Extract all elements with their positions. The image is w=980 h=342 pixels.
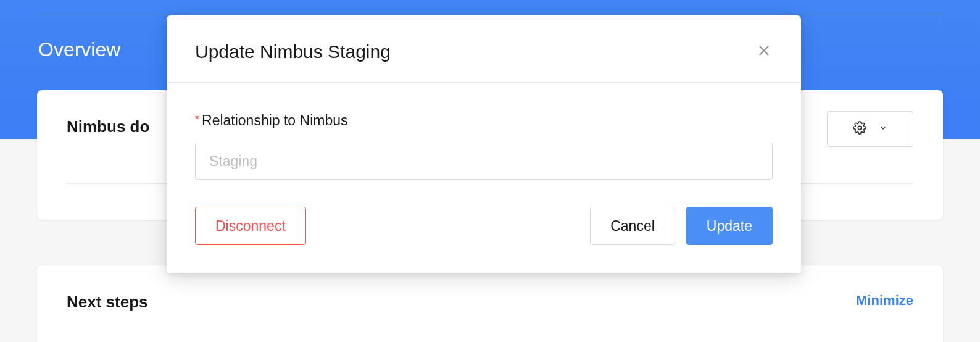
modal-footer: Disconnect Cancel Update bbox=[167, 202, 801, 273]
cancel-button[interactable]: Cancel bbox=[590, 207, 675, 245]
relationship-input[interactable] bbox=[195, 143, 773, 180]
update-button[interactable]: Update bbox=[686, 207, 773, 245]
required-indicator: * bbox=[195, 114, 199, 125]
overview-heading: Overview bbox=[38, 38, 120, 61]
next-steps-card: Next steps Minimize bbox=[37, 265, 943, 342]
chevron-down-icon bbox=[879, 123, 887, 135]
disconnect-button[interactable]: Disconnect bbox=[195, 207, 306, 245]
minimize-link[interactable]: Minimize bbox=[856, 293, 913, 309]
settings-dropdown[interactable] bbox=[827, 111, 913, 147]
relationship-label-text: Relationship to Nimbus bbox=[202, 112, 348, 129]
update-modal: Update Nimbus Staging * Relationship to … bbox=[167, 15, 801, 273]
modal-body: * Relationship to Nimbus bbox=[167, 83, 801, 202]
gear-icon bbox=[853, 121, 866, 137]
next-steps-title: Next steps bbox=[67, 293, 148, 312]
svg-point-0 bbox=[858, 126, 862, 130]
header-divider bbox=[37, 14, 943, 14]
close-button[interactable] bbox=[755, 43, 773, 60]
footer-actions: Cancel Update bbox=[590, 207, 773, 245]
close-icon bbox=[757, 43, 771, 60]
relationship-label: * Relationship to Nimbus bbox=[195, 112, 773, 129]
modal-header: Update Nimbus Staging bbox=[167, 15, 801, 83]
modal-title: Update Nimbus Staging bbox=[195, 41, 391, 62]
